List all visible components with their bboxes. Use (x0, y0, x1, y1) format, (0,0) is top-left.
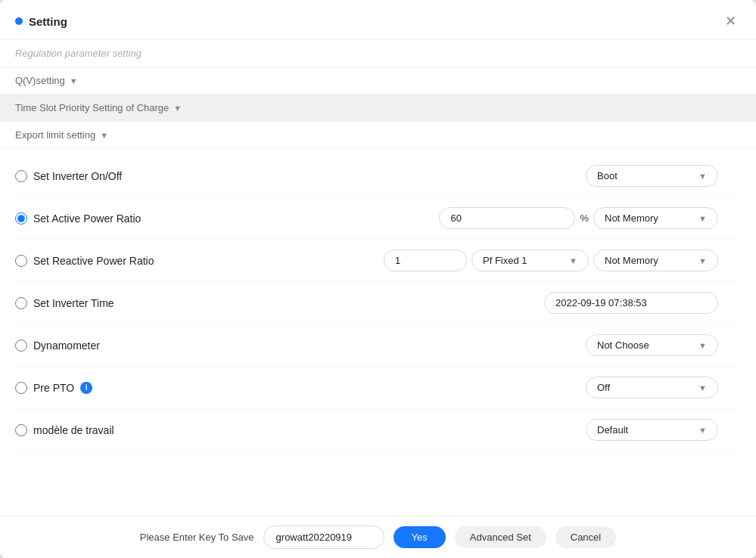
radio-label-inverter-time[interactable]: Set Inverter Time (15, 297, 197, 309)
select-reactive-memory-chevron: ▼ (698, 256, 707, 265)
select-dynamometer-chevron: ▼ (698, 341, 707, 350)
section-timeslot[interactable]: Time Slot Priority Setting of Charge ▼ (0, 95, 756, 122)
section-regulation-label: Regulation parameter setting (15, 48, 142, 59)
label-pre-pto: Pre PTO (33, 382, 74, 394)
radio-active-power[interactable] (15, 212, 27, 225)
title-dot (15, 17, 23, 25)
select-modele[interactable]: Default ▼ (586, 419, 718, 441)
yes-button[interactable]: Yes (394, 526, 446, 548)
label-reactive-power: Set Reactive Power Ratio (33, 255, 154, 267)
select-inverter-onoff-chevron: ▼ (698, 172, 707, 181)
row-inverter-onoff: Set Inverter On/Off Boot ▼ (15, 155, 741, 197)
select-pre-pto-value: Off (597, 382, 610, 393)
select-pf-value: Pf Fixed 1 (483, 255, 527, 266)
select-reactive-memory[interactable]: Not Memory ▼ (593, 250, 718, 271)
select-inverter-onoff-value: Boot (597, 170, 618, 181)
dialog-title-text: Setting (29, 15, 67, 28)
radio-label-inverter-onoff[interactable]: Set Inverter On/Off (15, 170, 197, 182)
radio-inverter-onoff[interactable] (15, 170, 27, 182)
footer-prompt-label: Please Enter Key To Save (140, 532, 254, 543)
label-inverter-onoff: Set Inverter On/Off (33, 170, 122, 182)
select-pf-fixed[interactable]: Pf Fixed 1 ▼ (471, 250, 589, 271)
label-inverter-time: Set Inverter Time (33, 297, 114, 309)
dialog-title: Setting (15, 15, 67, 28)
timeslot-chevron-icon: ▼ (173, 104, 182, 113)
section-timeslot-label: Time Slot Priority Setting of Charge (15, 102, 169, 113)
select-active-memory-chevron: ▼ (698, 214, 707, 223)
select-inverter-onoff[interactable]: Boot ▼ (586, 165, 718, 187)
input-reactive-power[interactable] (384, 250, 467, 271)
dialog-footer: Please Enter Key To Save Yes Advanced Se… (0, 516, 756, 558)
radio-label-modele[interactable]: modèle de travail (15, 424, 197, 436)
row-inverter-time: Set Inverter Time (15, 282, 741, 324)
row-reactive-power-ratio: Set Reactive Power Ratio Pf Fixed 1 ▼ No… (15, 240, 741, 282)
select-dynamometer[interactable]: Not Choose ▼ (586, 334, 718, 356)
settings-content: Set Inverter On/Off Boot ▼ Set Active Po… (0, 149, 756, 457)
radio-label-pre-pto[interactable]: Pre PTO i (15, 382, 197, 394)
radio-dynamometer[interactable] (15, 339, 27, 352)
input-inverter-time[interactable] (544, 292, 718, 314)
section-regulation[interactable]: Regulation parameter setting (0, 40, 756, 67)
select-pf-chevron: ▼ (569, 256, 577, 265)
dialog-header: Setting ✕ (0, 0, 756, 40)
select-pre-pto[interactable]: Off ▼ (586, 377, 718, 398)
select-active-power-memory-value: Not Memory (605, 212, 658, 224)
radio-label-active-power[interactable]: Set Active Power Ratio (15, 212, 197, 225)
label-active-power: Set Active Power Ratio (33, 212, 141, 225)
radio-label-dynamometer[interactable]: Dynamometer (15, 339, 197, 352)
qv-chevron-icon: ▼ (70, 76, 78, 85)
select-pre-pto-chevron: ▼ (698, 383, 707, 392)
section-qv-label: Q(V)setting (15, 75, 65, 86)
close-button[interactable]: ✕ (720, 11, 741, 32)
select-reactive-memory-value: Not Memory (605, 255, 658, 266)
pre-pto-info-icon[interactable]: i (80, 382, 92, 394)
unit-percent: % (580, 212, 589, 224)
dialog-body: Regulation parameter setting Q(V)setting… (0, 40, 756, 516)
section-export[interactable]: Export limit setting ▼ (0, 122, 756, 149)
select-modele-chevron: ▼ (698, 426, 707, 435)
label-modele: modèle de travail (33, 424, 114, 436)
input-active-power[interactable] (439, 207, 575, 229)
radio-pre-pto[interactable] (15, 382, 27, 394)
radio-inverter-time[interactable] (15, 297, 27, 309)
row-active-power-ratio: Set Active Power Ratio % Not Memory ▼ (15, 197, 741, 240)
row-pre-pto: Pre PTO i Off ▼ (15, 367, 741, 409)
radio-modele[interactable] (15, 424, 27, 436)
section-qv[interactable]: Q(V)setting ▼ (0, 67, 756, 95)
section-export-label: Export limit setting (15, 129, 95, 141)
row-modele-travail: modèle de travail Default ▼ (15, 409, 741, 451)
label-dynamometer: Dynamometer (33, 339, 100, 352)
row-dynamometer: Dynamometer Not Choose ▼ (15, 324, 741, 367)
select-modele-value: Default (597, 424, 628, 436)
select-active-power-memory[interactable]: Not Memory ▼ (593, 207, 718, 229)
export-chevron-icon: ▼ (100, 131, 108, 140)
select-dynamometer-value: Not Choose (597, 339, 649, 351)
radio-reactive-power[interactable] (15, 255, 27, 267)
close-icon: ✕ (725, 13, 736, 29)
cancel-button[interactable]: Cancel (555, 526, 616, 548)
settings-dialog: Setting ✕ Regulation parameter setting Q… (0, 0, 756, 558)
key-input[interactable] (263, 525, 384, 549)
radio-label-reactive-power[interactable]: Set Reactive Power Ratio (15, 255, 197, 267)
advanced-set-button[interactable]: Advanced Set (455, 526, 546, 548)
